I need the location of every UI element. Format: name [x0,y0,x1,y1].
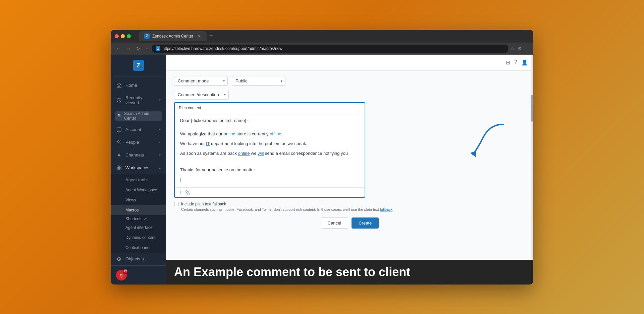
comment-mode-arrow-icon: ▾ [223,79,225,83]
back-button[interactable]: ← [115,45,122,52]
plain-text-description-text: Certain channels such as mobile, Faceboo… [181,207,379,211]
content-area: Comment mode ▾ Public ▾ Comment/descript… [166,71,533,285]
sidebar-item-agent-workspace[interactable]: Agent Workspace [111,185,166,195]
include-plain-text-description: Certain channels such as mobile, Faceboo… [181,207,392,212]
shortcuts-label-text: Shortcuts ↗ [125,216,147,221]
create-button[interactable]: Create [352,217,379,229]
tab-bar: Z Zendesk Admin Center ✕ + [139,31,529,41]
caption-bar: An Example comment to be sent to client [166,260,533,285]
user-profile-icon[interactable]: 👤 [521,59,528,66]
svg-rect-3 [117,128,121,132]
refresh-button[interactable]: ↻ [135,45,142,52]
top-bar: ⊞ ? 👤 [166,55,533,71]
tab-favicon: Z [144,34,150,39]
sidebar-item-recently-viewed[interactable]: Recently viewed ▾ [111,92,166,109]
notify-line: As soon as systems are back online we wi… [180,150,359,157]
new-tab-button[interactable]: + [209,32,213,41]
sidebar-item-people[interactable]: People ▾ [111,136,166,149]
agent-tools-header: Agent tools [111,174,166,185]
comment-description-dropdown[interactable]: Comment/description ▾ [174,90,229,100]
user-avatar[interactable]: g 12 [116,270,127,280]
grid-icon[interactable]: ⊞ [506,59,510,66]
notification-badge: 12 [123,268,128,274]
home-button[interactable]: ⌂ [144,45,150,52]
include-plain-text-checkbox[interactable] [174,202,178,206]
minimize-button[interactable] [121,34,125,38]
comment-description-label: Comment/description [178,92,219,97]
forward-button[interactable]: → [125,45,132,52]
back-online-link: online [238,151,250,156]
browser-toolbar-right: ☆ ⚙ ⋮ [511,46,529,51]
sidebar-bottom: g 12 [111,265,166,285]
sidebar-item-shortcuts[interactable]: Shortcuts ↗ [111,215,166,223]
online-link: online [224,131,235,136]
offline-link: offline [270,131,281,136]
action-buttons: Cancel Create [174,212,525,230]
svg-marker-15 [470,151,476,157]
sidebar-logo[interactable]: Z [111,55,166,76]
comment-mode-dropdown[interactable]: Comment mode ▾ [174,76,228,86]
user-initials: g [120,273,122,277]
bookmark-icon[interactable]: ☆ [511,46,515,51]
cancel-button[interactable]: Cancel [321,217,348,229]
search-icon: 🔍 [117,114,122,118]
will-link: will [258,151,264,156]
svg-text:Z: Z [137,62,140,69]
sidebar-item-channels[interactable]: Channels ▾ [111,149,166,162]
search-admin-center-box[interactable]: 🔍 Search Admin Center [115,111,162,121]
app-layout: Z Home [111,55,533,285]
channels-icon [116,152,122,158]
sidebar-item-account-label: Account [125,127,156,132]
sidebar-item-objects-label: Objects a... [125,256,161,261]
fallback-link[interactable]: fallback [380,207,392,211]
greeting-line: Dear {{ticket.requester.first_name}} [180,117,359,124]
svg-rect-9 [119,168,121,170]
sidebar-item-workspaces[interactable]: Workspaces ▴ [111,162,166,174]
sidebar-item-workspaces-label: Workspaces [125,165,156,170]
sidebar-item-account[interactable]: Account ▾ [111,123,166,136]
sidebar-item-context-panel[interactable]: Context panel [111,243,166,253]
active-tab[interactable]: Z Zendesk Admin Center ✕ [139,31,207,41]
caption-text: An Example comment to be sent to client [174,265,410,279]
maximize-button[interactable] [127,34,131,38]
include-plain-text-section: Include plain text fallback Certain chan… [174,202,525,212]
search-admin-center-label: Search Admin Center [124,111,159,121]
browser-toolbar: ← → ↻ ⌂ Z https://selective hardware.zen… [111,43,533,55]
sidebar-item-views[interactable]: Views [111,195,166,205]
help-icon[interactable]: ? [514,59,517,65]
sidebar-item-dynamic-content[interactable]: Dynamic content [111,233,166,243]
title-bar: Z Zendesk Admin Center ✕ + [111,30,533,43]
url-favicon: Z [156,46,160,51]
browser-chrome: Z Zendesk Admin Center ✕ + ← → ↻ ⌂ Z htt… [111,30,533,55]
sidebar-item-agent-interface[interactable]: Agent interface [111,223,166,233]
close-button[interactable] [115,34,119,38]
extensions-icon[interactable]: ⚙ [518,46,522,51]
browser-menu-icon[interactable]: ⋮ [525,46,529,51]
thanks-line: Thanks for your patience on the matter [180,167,359,174]
it-line: We have our IT department looking into t… [180,140,359,147]
main-content: ⊞ ? 👤 Comment mode ▾ Public ▾ [166,55,533,285]
sidebar-item-macros[interactable]: Macros [111,205,166,215]
url-text: https://selective hardware.zendesk.com/s… [162,46,282,51]
tab-close-icon[interactable]: ✕ [197,34,201,39]
rich-content-body[interactable]: Dear {{ticket.requester.first_name}} We … [175,113,365,188]
text-format-icon[interactable]: T [179,190,182,195]
people-chevron-icon: ▾ [159,140,161,144]
channels-chevron-icon: ▾ [159,153,161,157]
traffic-lights [115,34,131,38]
url-bar[interactable]: Z https://selective hardware.zendesk.com… [152,45,508,53]
workspaces-chevron-icon: ▴ [159,166,161,170]
first-dropdown-row: Comment mode ▾ Public ▾ [174,76,525,86]
clock-icon [116,97,122,103]
sidebar-item-people-label: People [125,140,156,145]
svg-rect-8 [117,168,119,170]
browser-window: Z Zendesk Admin Center ✕ + ← → ↻ ⌂ Z htt… [111,30,533,285]
sidebar-item-home[interactable]: Home [111,79,166,92]
people-icon [116,139,122,145]
arrow-annotation [463,118,506,163]
public-dropdown[interactable]: Public ▾ [232,76,285,86]
workspaces-submenu: Agent tools Agent Workspace Views Macros… [111,174,166,253]
apology-line: We apologize that our online store is cu… [180,131,359,138]
attach-icon[interactable]: 📎 [184,190,190,195]
sidebar-item-objects[interactable]: Objects a... [111,253,166,265]
